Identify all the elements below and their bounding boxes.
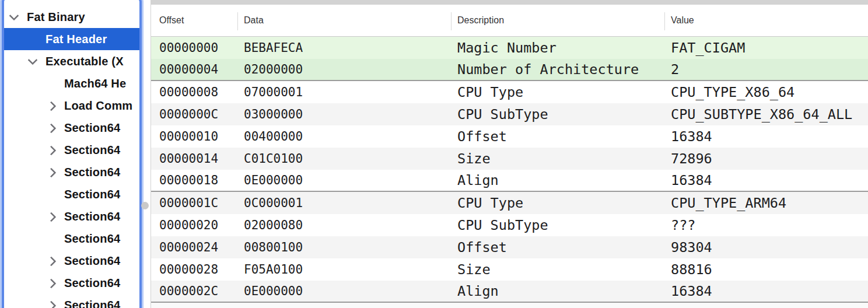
sidebar-item[interactable]: Section64 (4, 161, 139, 183)
sidebar-item-label: Load Comm (64, 99, 132, 113)
chevron-right-icon[interactable] (46, 166, 58, 178)
sidebar-item[interactable]: Section64 (4, 117, 139, 139)
sidebar-item-label: Executable (X (46, 55, 124, 68)
cell-value: 16384 (664, 172, 868, 188)
cell-offset: 00000024 (151, 240, 237, 254)
cell-data: F05A0100 (237, 262, 451, 276)
cell-data: 0E000000 (237, 284, 451, 298)
sidebar-item[interactable]: Section64 (4, 272, 139, 294)
sidebar-focus-ring: Fat Binary Fat Header Executable (X Mach… (2, 0, 142, 308)
cell-description: CPU SubType (451, 106, 664, 123)
cell-data: 02000080 (237, 218, 451, 232)
table-row[interactable]: 00000008 07000001 CPU Type CPU_TYPE_X86_… (151, 81, 868, 103)
table-row[interactable]: 00000010 00400000 Offset 16384 (151, 125, 868, 148)
cell-description: CPU Type (451, 195, 664, 211)
chevron-right-icon[interactable] (46, 99, 58, 112)
struct-table: Offset Data Description Value 00000000 B… (150, 5, 868, 308)
table-row[interactable]: 00000024 00800100 Offset 98304 (151, 236, 868, 258)
table-row[interactable]: 0000001C 0C000001 CPU Type CPU_TYPE_ARM6… (151, 192, 868, 214)
table-row[interactable]: 00000014 C01C0100 Size 72896 (151, 148, 868, 170)
sidebar-item[interactable]: Fat Header (4, 28, 139, 50)
cell-value: FAT_CIGAM (664, 40, 868, 56)
cell-offset: 0000002C (151, 284, 237, 298)
chevron-spacer (27, 33, 40, 46)
cell-offset: 00000014 (151, 152, 237, 166)
cell-data: 00400000 (237, 130, 451, 144)
table-row[interactable]: 0000000C 03000000 CPU SubType CPU_SUBTYP… (151, 103, 868, 125)
cell-description: CPU SubType (451, 217, 664, 233)
chevron-right-icon[interactable] (46, 144, 58, 156)
chevron-right-icon[interactable] (46, 276, 58, 289)
cell-value: ??? (664, 217, 868, 233)
cell-offset: 00000028 (151, 262, 237, 276)
column-header-data[interactable]: Data (237, 5, 451, 36)
cell-description: Align (451, 283, 664, 299)
table-row[interactable]: 00000000 BEBAFECA Magic Number FAT_CIGAM (151, 37, 868, 59)
table-row[interactable]: 00000020 02000080 CPU SubType ??? (151, 214, 868, 236)
chevron-down-icon[interactable] (8, 10, 21, 23)
cell-description: Size (451, 261, 664, 278)
sidebar-item[interactable]: Executable (X (4, 50, 139, 72)
cell-description: Number of Architecture (451, 61, 664, 78)
sidebar-item[interactable]: Section64 (4, 139, 139, 161)
cell-description: Align (451, 172, 664, 188)
sidebar: Fat Binary Fat Header Executable (X Mach… (0, 0, 150, 308)
sidebar-item[interactable]: Load Comm (4, 94, 139, 117)
cell-offset: 00000004 (151, 62, 237, 76)
sidebar-item-label: Section64 (64, 144, 120, 157)
chevron-down-icon[interactable] (27, 55, 40, 68)
table-row[interactable]: 00000018 0E000000 Align 16384 (151, 170, 868, 192)
splitter-handle[interactable] (141, 202, 149, 209)
sidebar-item-label: Fat Binary (27, 10, 85, 24)
sidebar-item-label: Section64 (64, 210, 120, 223)
cell-data: 03000000 (237, 107, 451, 121)
cell-value: 88816 (664, 261, 868, 278)
chevron-right-icon[interactable] (46, 210, 58, 223)
sidebar-item[interactable]: Section64 (4, 250, 139, 272)
sidebar-item-label: Section64 (64, 188, 120, 201)
cell-value: 2 (664, 61, 868, 78)
table-body: 00000000 BEBAFECA Magic Number FAT_CIGAM… (151, 37, 868, 308)
table-row[interactable]: 00000028 F05A0100 Size 88816 (151, 258, 868, 281)
cell-data: 07000001 (237, 85, 451, 99)
sidebar-item[interactable]: Section64 (4, 205, 139, 228)
cell-description: Magic Number (451, 40, 664, 56)
cell-data: 00800100 (237, 240, 451, 254)
chevron-right-icon[interactable] (46, 299, 58, 308)
sidebar-item[interactable]: Section64 (4, 294, 139, 308)
cell-data: 0E000000 (237, 173, 451, 187)
sidebar-item[interactable]: Section64 (4, 183, 139, 205)
cell-offset: 0000001C (151, 196, 237, 210)
sidebar-item[interactable]: Section64 (4, 228, 139, 250)
sidebar-item-label: Section64 (64, 232, 120, 246)
cell-value: CPU_SUBTYPE_X86_64_ALL (664, 106, 868, 123)
column-header-offset[interactable]: Offset (151, 5, 237, 36)
cell-data: 02000000 (237, 62, 451, 76)
outline-tree: Fat Binary Fat Header Executable (X Mach… (4, 0, 139, 308)
chevron-right-icon[interactable] (46, 121, 58, 134)
sidebar-item-label: Mach64 He (64, 77, 126, 90)
cell-offset: 00000020 (151, 218, 237, 232)
table-row[interactable]: 0000002C 0E000000 Align 16384 (151, 281, 868, 303)
table-footer-strip (151, 303, 868, 308)
cell-offset: 00000008 (151, 85, 237, 99)
cell-offset: 00000010 (151, 130, 237, 144)
cell-offset: 0000000C (151, 107, 237, 121)
table-header: Offset Data Description Value (151, 5, 868, 37)
cell-value: 16384 (664, 128, 868, 145)
table-row[interactable]: 00000004 02000000 Number of Architecture… (151, 59, 868, 81)
column-header-value[interactable]: Value (664, 5, 868, 36)
column-header-description[interactable]: Description (451, 5, 664, 36)
cell-value: CPU_TYPE_X86_64 (664, 84, 868, 100)
sidebar-item[interactable]: Fat Binary (4, 6, 139, 28)
cell-description: Size (451, 150, 664, 167)
chevron-right-icon[interactable] (46, 254, 58, 267)
sidebar-item[interactable]: Mach64 He (4, 72, 139, 94)
cell-offset: 00000018 (151, 173, 237, 187)
sidebar-item-label: Section64 (64, 254, 120, 268)
cell-value: 98304 (664, 239, 868, 256)
sidebar-item-label: Fat Header (46, 33, 107, 46)
cell-data: 0C000001 (237, 196, 451, 210)
chevron-spacer (46, 77, 58, 90)
cell-data: BEBAFECA (237, 41, 451, 55)
